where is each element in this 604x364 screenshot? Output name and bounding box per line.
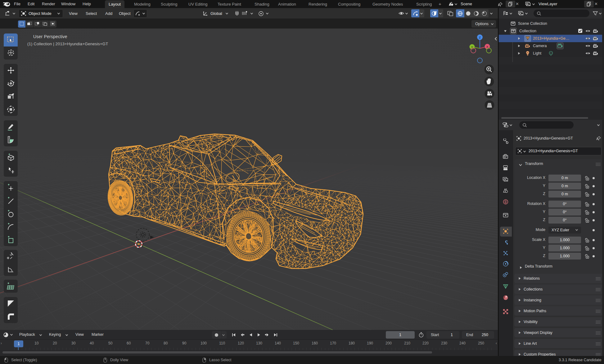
svg-text:(1) Collection | 2013+Hyundia+: (1) Collection | 2013+Hyundia+Genesis+GT xyxy=(27,42,108,46)
svg-text:User Perspective: User Perspective xyxy=(33,34,67,39)
svg-text:Z: Z xyxy=(479,36,481,39)
svg-text:X: X xyxy=(486,45,489,48)
